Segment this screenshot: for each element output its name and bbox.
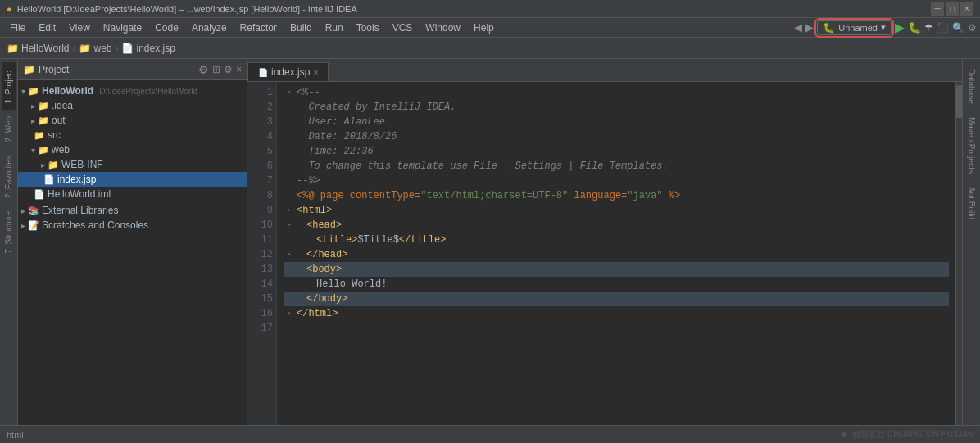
code-line-9: ▸ <html> [284,203,949,218]
tree-item-helloworld[interactable]: 📁 HelloWorld D:\IdeaProjects\HelloWorld [18,84,247,98]
scratches-icon: 📝 [28,220,39,231]
menu-file[interactable]: File [3,20,32,35]
code-content[interactable]: ▸ <%-- Created by IntelliJ IDEA. User: A… [277,82,955,425]
debug-button[interactable]: 🐛 [908,21,921,34]
arrow-right-icon-out [31,116,35,125]
out-folder-icon: 📁 [38,115,49,126]
project-panel-header: 📁 Project ⚙ ⊞ ⚙ × [18,59,247,80]
web-folder-icon-tree: 📁 [38,145,49,156]
right-tab-ant[interactable]: Ant Build [964,180,978,226]
menu-code[interactable]: Code [148,20,185,35]
project-settings-icon[interactable]: ⚙ [198,63,209,76]
menu-refactor[interactable]: Refactor [234,20,284,35]
breadcrumb-bar: 📁 HelloWorld › 📁 web › 📄 index.jsp [0,38,980,59]
project-gear-icon[interactable]: ⚙ [224,64,233,75]
menu-view[interactable]: View [62,20,97,35]
code-line-3: User: AlanLee [284,115,949,129]
title-bar: ● HelloWorld [D:\IdeaProjects\HelloWorld… [0,0,980,18]
code-line-14: Hello World! [284,277,949,292]
tab-file-icon: 📄 [258,68,268,77]
forward-nav-button[interactable]: ▶ [805,21,814,34]
tree-item-external-libraries[interactable]: 📚 External Libraries [18,203,247,218]
project-root-icon: 📁 [28,86,39,97]
close-button[interactable]: × [960,2,973,16]
tree-item-idea[interactable]: 📁 .idea [18,98,247,113]
fold-12[interactable]: ▸ [284,247,295,262]
iml-file-icon: 📄 [34,189,45,200]
menu-help[interactable]: Help [467,20,501,35]
tab-close-icon[interactable]: × [313,68,318,77]
search-everywhere-button[interactable]: 🔍 [952,22,964,34]
code-line-11: <title>$Title$</title> [284,233,949,247]
project-panel: 📁 Project ⚙ ⊞ ⚙ × 📁 HelloWorld D:\IdeaPr… [18,59,247,425]
stop-button[interactable]: ⬛ [937,22,949,34]
project-close-icon[interactable]: × [236,64,242,75]
fold-1[interactable]: ▸ [284,85,295,100]
code-line-4: Date: 2018/8/26 [284,129,949,144]
menu-vcs[interactable]: VCS [386,20,420,35]
project-folder-header-icon: 📁 [23,64,35,75]
menu-tools[interactable]: Tools [350,20,386,35]
tree-item-scratches[interactable]: 📝 Scratches and Consoles [18,218,247,233]
code-line-2: Created by IntelliJ IDEA. [284,100,949,115]
code-line-15: </body> [284,292,949,306]
code-line-1: ▸ <%-- [284,85,949,100]
code-line-17 [284,321,949,336]
code-line-7: --%> [284,174,949,188]
fold-16[interactable]: ▸ [284,306,295,321]
project-layout-icon[interactable]: ⊞ [212,64,220,75]
fold-9[interactable]: ▸ [284,203,295,218]
project-panel-title: Project [39,64,195,75]
menu-bar: File Edit View Navigate Code Analyze Ref… [0,18,980,38]
window-title: HelloWorld [D:\IdeaProjects\HelloWorld] … [17,4,357,14]
right-tab-maven[interactable]: Maven Projects [964,111,978,180]
tree-item-src[interactable]: 📁 src [18,128,247,142]
tree-item-iml[interactable]: 📄 HelloWorld.iml [18,187,247,201]
breadcrumb-web[interactable]: 📁 web [79,43,111,54]
menu-build[interactable]: Build [284,20,319,35]
sidebar-tab-favorites[interactable]: 2: Favorites [2,149,16,205]
breadcrumb-sep-1: › [72,43,75,54]
webinf-folder-icon: 📁 [48,160,59,170]
tree-item-index-jsp[interactable]: 📄 index.jsp [18,172,247,187]
status-text: html [7,430,24,440]
tree-item-webinf[interactable]: 📁 WEB-INF [18,157,247,172]
editor-tabs: 📄 index.jsp × [247,59,962,82]
editor-tab-index-jsp[interactable]: 📄 index.jsp × [247,62,329,81]
file-tree: 📁 HelloWorld D:\IdeaProjects\HelloWorld … [18,80,247,425]
run-config-dropdown[interactable]: 🐛 Unnamed ▾ [817,20,892,35]
menu-analyze[interactable]: Analyze [185,20,234,35]
tree-item-out[interactable]: 📁 out [18,113,247,128]
code-editor: 12345 678910 1112131415 1617 ▸ <%-- Crea… [247,82,962,425]
menu-edit[interactable]: Edit [32,20,62,35]
right-scrollbar[interactable] [955,82,962,425]
idea-folder-icon: 📁 [38,101,49,111]
fold-10[interactable]: ▸ [284,218,295,233]
src-folder-icon: 📁 [34,130,45,141]
menu-window[interactable]: Window [419,20,467,35]
webinf-arrow [41,160,45,170]
line-numbers: 12345 678910 1112131415 1617 [247,82,277,425]
web-arrow-down [31,146,35,155]
run-config-arrow: ▾ [881,22,886,33]
title-icon: ● [7,4,12,14]
back-nav-button[interactable]: ◀ [794,21,802,34]
arrow-right-icon [31,102,35,111]
breadcrumb-sep-2: › [115,43,118,54]
code-line-8: <%@ page contentType="text/html;charset=… [284,188,949,203]
code-line-12: ▸ </head> [284,247,949,262]
breadcrumb-file[interactable]: 📄 index.jsp [121,43,175,54]
sidebar-tab-web[interactable]: 2: Web [2,110,16,149]
maximize-button[interactable]: □ [946,2,959,16]
minimize-button[interactable]: ─ [931,2,944,16]
sidebar-tab-project[interactable]: 1: Project [2,62,16,110]
sidebar-tab-structure[interactable]: 7: Structure [2,205,16,260]
right-tab-database[interactable]: Database [964,62,978,111]
breadcrumb-project[interactable]: 📁 HelloWorld [7,43,69,54]
coverage-button[interactable]: ☂ [924,22,933,34]
tree-item-web[interactable]: 📁 web [18,142,247,157]
menu-run[interactable]: Run [319,20,350,35]
settings-button[interactable]: ⚙ [968,22,977,34]
menu-navigate[interactable]: Navigate [97,20,148,35]
run-button[interactable]: ▶ [895,20,905,35]
